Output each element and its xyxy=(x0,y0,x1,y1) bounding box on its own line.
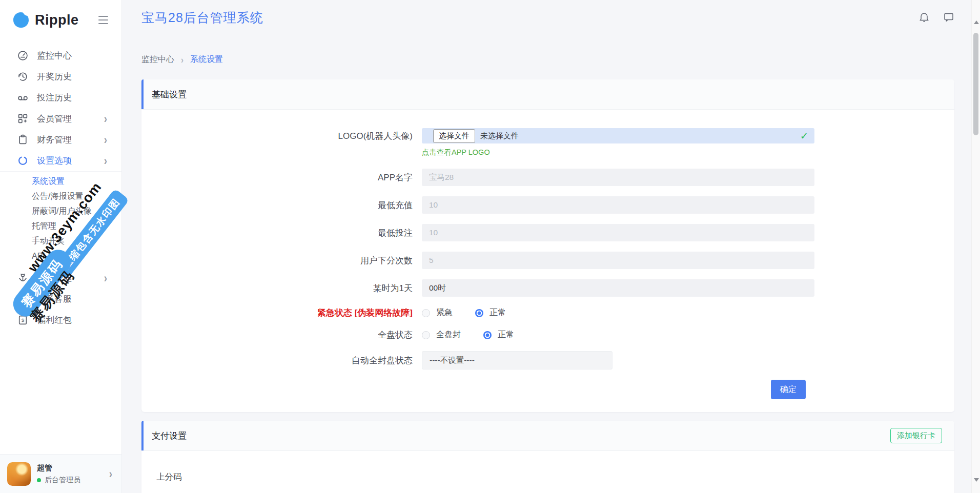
logo-file-input[interactable]: 选择文件 未选择文件 ✓ xyxy=(422,128,814,143)
sidebar-item-draw-history[interactable]: 开奖历史 xyxy=(0,66,121,87)
submenu-item-system-settings[interactable]: 系统设置 xyxy=(0,174,121,189)
form-row-auto-close: 自动全封盘状态 ----不设置---- xyxy=(141,351,954,369)
sidebar-item-finance-mgmt[interactable]: 财务管理 › xyxy=(0,129,121,150)
members-grid-icon xyxy=(17,113,28,124)
form-row-day-hour: 某时为1天 xyxy=(141,279,954,297)
form-row-app-name: APP名字 xyxy=(141,169,954,186)
ripple-logo-icon xyxy=(13,12,29,28)
page-title: 宝马28后台管理系统 xyxy=(141,9,954,26)
gauge-icon xyxy=(17,50,28,61)
sidebar-item-member-mgmt[interactable]: 会员管理 › xyxy=(0,108,121,129)
view-app-logo-link[interactable]: 点击查看APP LOGO xyxy=(422,148,490,156)
scrollbar-thumb[interactable] xyxy=(973,33,978,135)
sidebar-item-monitor-center[interactable]: 监控中心 xyxy=(0,45,121,66)
sidebar-item-label: 财务管理 xyxy=(37,134,72,146)
field-label-emergency: 紧急状态 [伪装网络故障] xyxy=(141,307,413,319)
form-row-emergency: 紧急状态 [伪装网络故障] 紧急 正常 xyxy=(141,307,954,319)
sidebar: Ripple 监控中心 开奖历史 投注历史 xyxy=(0,0,122,493)
radio-checked-icon[interactable] xyxy=(475,309,483,317)
file-status-text: 未选择文件 xyxy=(480,131,519,141)
form-row-min-bet: 最低投注 xyxy=(141,224,954,241)
submenu-item-bot-mgmt[interactable]: 托管理 xyxy=(0,219,121,234)
avatar xyxy=(7,462,31,486)
submenu-item-announcement[interactable]: 公告/海报设置 xyxy=(0,189,121,204)
payment-settings-card: 支付设置 添加银行卡 上分码 xyxy=(141,421,954,493)
sidebar-item-red-packet[interactable]: $ 福利红包 xyxy=(0,310,121,331)
min-bet-input[interactable] xyxy=(422,224,814,241)
field-label: LOGO(机器人头像) xyxy=(141,130,413,142)
recharge-code-label: 上分码 xyxy=(156,472,182,481)
user-name: 超管 xyxy=(37,463,80,473)
radio-unchecked-icon[interactable] xyxy=(422,331,430,339)
min-recharge-input[interactable] xyxy=(422,196,814,214)
settings-submenu: 系统设置 公告/海报设置 屏蔽词/用户头像 托管理 手动开奖 API xyxy=(0,171,121,263)
current-user-card[interactable]: 超管 后台管理员 › xyxy=(0,454,121,493)
chevron-right-icon: › xyxy=(109,467,112,480)
field-label: 用户下分次数 xyxy=(141,255,413,266)
radio-option-full-close[interactable]: 全盘封 xyxy=(422,330,461,340)
history-clock-icon xyxy=(17,71,28,82)
sidebar-item-label: 赔率管理 xyxy=(37,272,72,284)
breadcrumb: 监控中心 › 系统设置 xyxy=(141,54,954,65)
hamburger-menu-icon[interactable] xyxy=(98,16,108,24)
sidebar-item-customer-service[interactable]: 联系客服 xyxy=(0,289,121,310)
scroll-up-arrow-icon[interactable] xyxy=(974,20,979,24)
vertical-scrollbar[interactable] xyxy=(971,0,980,493)
field-label: 自动全封盘状态 xyxy=(141,355,413,366)
card-accent-bar xyxy=(141,79,144,109)
card-title: 基础设置 xyxy=(152,89,187,100)
breadcrumb-separator-icon: › xyxy=(181,54,183,65)
sidebar-item-label: 投注历史 xyxy=(37,92,72,104)
withdraw-times-input[interactable] xyxy=(422,252,814,269)
card-body: LOGO(机器人头像) 选择文件 未选择文件 ✓ 点击查看APP LOGO AP… xyxy=(141,110,954,412)
breadcrumb-item-current: 系统设置 xyxy=(190,54,223,65)
sidebar-item-bet-history[interactable]: 投注历史 xyxy=(0,87,121,108)
online-status-dot xyxy=(37,478,41,482)
user-role: 后台管理员 xyxy=(45,476,80,485)
card-header: 基础设置 xyxy=(141,79,954,110)
form-row-min-recharge: 最低充值 xyxy=(141,196,954,214)
flower-icon xyxy=(17,273,28,283)
sidebar-item-label: 设置选项 xyxy=(37,155,72,167)
form-row-board-status: 全盘状态 全盘封 正常 xyxy=(141,329,954,341)
scroll-down-arrow-icon[interactable] xyxy=(974,478,979,482)
card-header: 支付设置 添加银行卡 xyxy=(141,421,954,451)
day-hour-input[interactable] xyxy=(422,279,814,297)
chat-icon[interactable] xyxy=(943,11,954,23)
topbar-icons xyxy=(918,11,954,23)
submenu-item-api[interactable]: API xyxy=(0,249,121,263)
radio-option-normal[interactable]: 正常 xyxy=(483,330,514,340)
logo-row: Ripple xyxy=(0,3,121,37)
add-bank-card-button[interactable]: 添加银行卡 xyxy=(890,428,942,443)
loader-circle-icon xyxy=(17,155,28,166)
card-title: 支付设置 xyxy=(152,430,187,442)
radio-unchecked-icon[interactable] xyxy=(422,309,430,317)
chevron-right-icon: › xyxy=(104,272,107,284)
chevron-right-icon: › xyxy=(104,133,107,146)
sidebar-item-odds-mgmt[interactable]: 赔率管理 › xyxy=(0,268,121,289)
choose-file-button[interactable]: 选择文件 xyxy=(433,129,475,143)
confirm-button[interactable]: 确定 xyxy=(771,380,806,399)
radio-checked-icon[interactable] xyxy=(483,331,492,339)
sidebar-menu: 监控中心 开奖历史 投注历史 会员管理 › 财务管理 xyxy=(0,45,121,331)
radio-option-normal[interactable]: 正常 xyxy=(475,307,506,318)
main-area: 宝马28后台管理系统 监控中心 › 系统设置 基础设置 LOGO(机器人头像) … xyxy=(122,0,980,493)
red-packet-icon: $ xyxy=(17,315,28,325)
submenu-item-blocked-words[interactable]: 屏蔽词/用户头像 xyxy=(0,204,121,219)
field-label: 最低投注 xyxy=(141,227,413,239)
v-bird-icon xyxy=(17,294,28,304)
auto-close-select[interactable]: ----不设置---- xyxy=(422,351,612,369)
chevron-right-icon: › xyxy=(104,154,107,167)
submenu-item-manual-draw[interactable]: 手动开奖 xyxy=(0,234,121,249)
breadcrumb-item-monitor[interactable]: 监控中心 xyxy=(141,54,174,65)
clipboard-icon xyxy=(17,134,28,145)
bell-icon[interactable] xyxy=(918,11,930,23)
app-name-input[interactable] xyxy=(422,169,814,186)
basic-settings-card: 基础设置 LOGO(机器人头像) 选择文件 未选择文件 ✓ 点击查看APP LO… xyxy=(141,79,954,412)
sidebar-item-label: 监控中心 xyxy=(37,50,72,61)
voicemail-icon xyxy=(17,92,28,103)
brand-name: Ripple xyxy=(35,12,79,28)
field-label: APP名字 xyxy=(141,172,413,183)
sidebar-item-settings[interactable]: 设置选项 › xyxy=(0,150,121,171)
radio-option-emergency[interactable]: 紧急 xyxy=(422,307,453,318)
